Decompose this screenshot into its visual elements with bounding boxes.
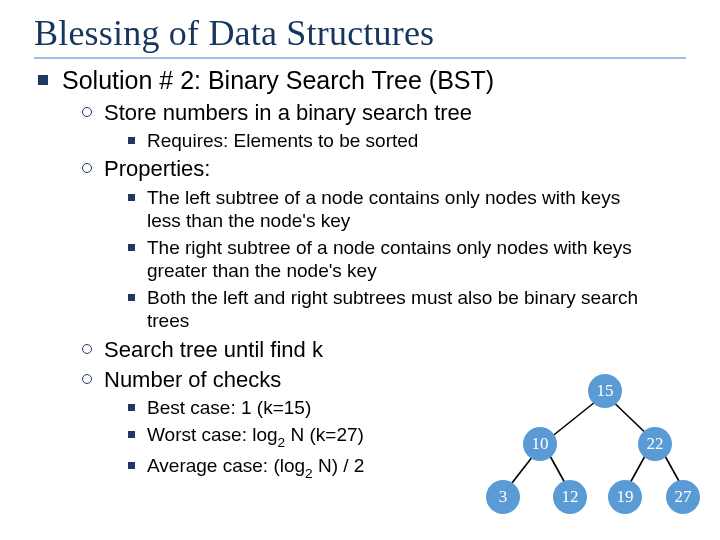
tree-node-10: 10	[523, 427, 557, 461]
slide: Blessing of Data Structures Solution # 2…	[0, 0, 720, 540]
avg-pre: Average case: (log	[147, 455, 305, 476]
square-bullet-icon	[128, 194, 135, 201]
prop1-text: The left subtree of a node contains only…	[147, 186, 647, 233]
bullet-prop2: The right subtree of a node contains onl…	[128, 236, 686, 283]
bullet-store: Store numbers in a binary search tree	[82, 99, 686, 126]
circle-bullet-icon	[82, 107, 92, 117]
store-text: Store numbers in a binary search tree	[104, 99, 686, 126]
tree-node-15: 15	[588, 374, 622, 408]
square-bullet-icon	[128, 294, 135, 301]
square-bullet-icon	[128, 404, 135, 411]
subscript-2: 2	[278, 435, 286, 450]
subscript-2: 2	[305, 466, 313, 481]
bullet-solution: Solution # 2: Binary Search Tree (BST)	[38, 65, 686, 96]
requires-text: Requires: Elements to be sorted	[147, 129, 686, 153]
prop3-text: Both the left and right subtrees must al…	[147, 286, 647, 333]
bullet-search: Search tree until find k	[82, 336, 686, 363]
title-underline	[34, 57, 686, 59]
tree-node-3: 3	[486, 480, 520, 514]
properties-text: Properties:	[104, 155, 686, 182]
square-bullet-icon	[128, 462, 135, 469]
worst-pre: Worst case: log	[147, 424, 278, 445]
search-text: Search tree until find k	[104, 336, 686, 363]
tree-node-27: 27	[666, 480, 700, 514]
avg-post: N) / 2	[313, 455, 365, 476]
tree-node-12: 12	[553, 480, 587, 514]
square-bullet-icon	[128, 137, 135, 144]
bullet-properties: Properties:	[82, 155, 686, 182]
bullet-prop1: The left subtree of a node contains only…	[128, 186, 686, 233]
solution-text: Solution # 2: Binary Search Tree (BST)	[62, 65, 686, 96]
circle-bullet-icon	[82, 163, 92, 173]
slide-title: Blessing of Data Structures	[34, 12, 686, 54]
bst-diagram: 15 10 22 3 12 19 27	[478, 372, 698, 522]
bullet-prop3: Both the left and right subtrees must al…	[128, 286, 686, 333]
prop2-text: The right subtree of a node contains onl…	[147, 236, 647, 283]
bullet-requires: Requires: Elements to be sorted	[128, 129, 686, 153]
square-bullet-icon	[128, 431, 135, 438]
square-bullet-icon	[38, 75, 48, 85]
circle-bullet-icon	[82, 374, 92, 384]
square-bullet-icon	[128, 244, 135, 251]
worst-post: N (k=27)	[285, 424, 364, 445]
tree-node-19: 19	[608, 480, 642, 514]
circle-bullet-icon	[82, 344, 92, 354]
tree-node-22: 22	[638, 427, 672, 461]
